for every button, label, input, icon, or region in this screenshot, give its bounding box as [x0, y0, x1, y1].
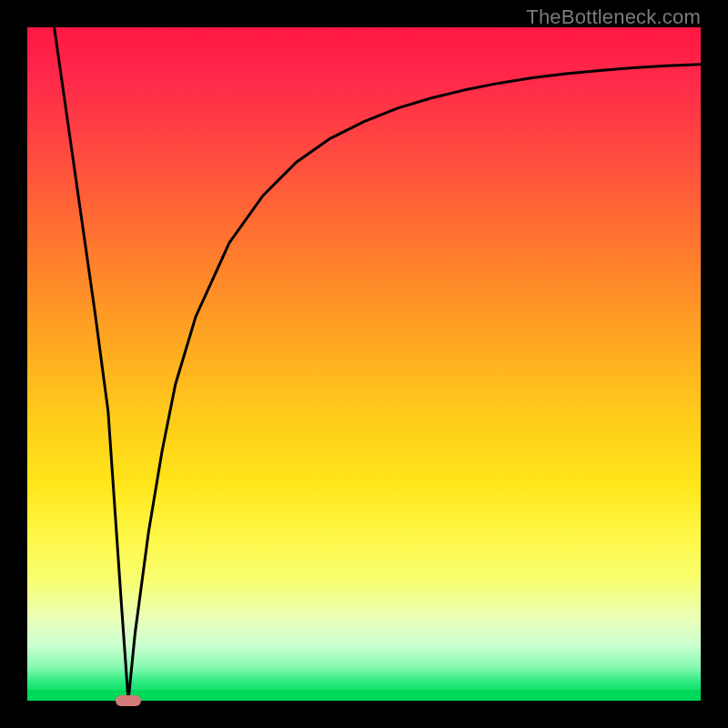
chart-frame: TheBottleneck.com: [0, 0, 728, 728]
bottleneck-curve: [55, 27, 701, 701]
plot-area: [27, 27, 701, 701]
curve-layer: [27, 27, 701, 701]
min-marker: [116, 695, 141, 706]
watermark-text: TheBottleneck.com: [526, 5, 701, 29]
